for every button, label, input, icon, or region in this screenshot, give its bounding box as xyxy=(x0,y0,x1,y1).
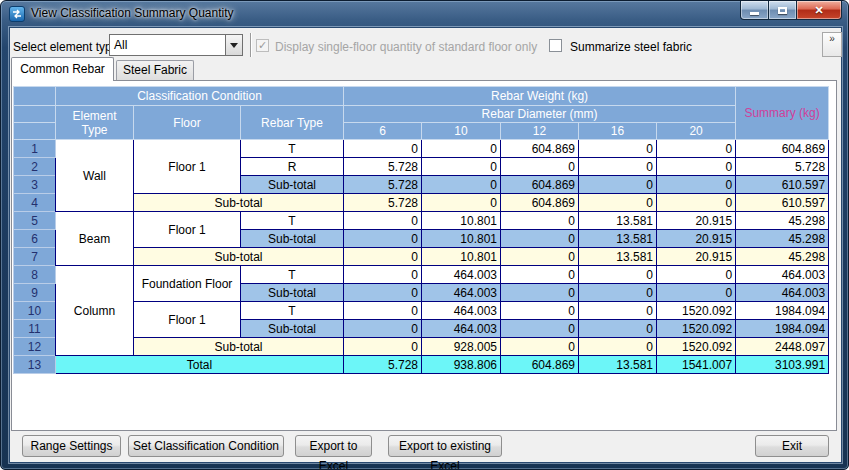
row-number[interactable]: 4 xyxy=(14,194,56,212)
rebar-type-cell[interactable]: T xyxy=(241,140,344,158)
export-to-excel-button[interactable]: Export to Excel xyxy=(295,435,372,457)
value-cell[interactable]: 0 xyxy=(344,338,422,356)
summary-cell[interactable]: 464.003 xyxy=(736,284,829,302)
rebar-type-cell[interactable]: T xyxy=(241,302,344,320)
value-cell[interactable]: 20.915 xyxy=(657,248,736,266)
value-cell[interactable]: 0 xyxy=(657,194,736,212)
value-cell[interactable]: 0 xyxy=(344,212,422,230)
set-classification-condition-button[interactable]: Set Classification Condition xyxy=(128,435,284,457)
value-cell[interactable]: 0 xyxy=(422,158,501,176)
summary-cell[interactable]: 604.869 xyxy=(736,140,829,158)
value-cell[interactable]: 13.581 xyxy=(579,248,657,266)
exit-button[interactable]: Exit xyxy=(755,435,829,457)
export-to-existing-excel-button[interactable]: Export to existing Excel xyxy=(388,435,502,457)
value-cell[interactable]: 0 xyxy=(657,158,736,176)
value-cell[interactable]: 5.728 xyxy=(344,176,422,194)
value-cell[interactable]: 0 xyxy=(422,140,501,158)
value-cell[interactable]: 0 xyxy=(501,248,579,266)
element-type-cell[interactable]: Beam xyxy=(56,212,134,266)
summary-cell[interactable]: 610.597 xyxy=(736,176,829,194)
row-number[interactable]: 6 xyxy=(14,230,56,248)
rebar-type-cell[interactable]: T xyxy=(241,212,344,230)
floor-cell[interactable]: Foundation Floor xyxy=(134,266,241,302)
total-cell[interactable]: Total xyxy=(56,356,344,374)
row-number[interactable]: 5 xyxy=(14,212,56,230)
value-cell[interactable]: 0 xyxy=(344,248,422,266)
value-cell[interactable]: 1541.007 xyxy=(657,356,736,374)
element-type-cell[interactable]: Wall xyxy=(56,140,134,212)
value-cell[interactable]: 20.915 xyxy=(657,212,736,230)
value-cell[interactable]: 0 xyxy=(501,320,579,338)
value-cell[interactable]: 604.869 xyxy=(501,356,579,374)
value-cell[interactable]: 0 xyxy=(657,284,736,302)
value-cell[interactable]: 604.869 xyxy=(501,194,579,212)
subtotal-cell[interactable]: Sub-total xyxy=(241,176,344,194)
value-cell[interactable]: 10.801 xyxy=(422,212,501,230)
value-cell[interactable]: 0 xyxy=(579,284,657,302)
value-cell[interactable]: 0 xyxy=(579,302,657,320)
titlebar[interactable]: View Classification Summary Quantity ✕ xyxy=(1,1,848,27)
value-cell[interactable]: 0 xyxy=(501,158,579,176)
value-cell[interactable]: 0 xyxy=(344,266,422,284)
subtotal-cell[interactable]: Sub-total xyxy=(241,284,344,302)
value-cell[interactable]: 0 xyxy=(501,212,579,230)
value-cell[interactable]: 13.581 xyxy=(579,356,657,374)
expand-more-button[interactable]: » xyxy=(822,32,842,57)
value-cell[interactable]: 10.801 xyxy=(422,248,501,266)
value-cell[interactable]: 0 xyxy=(344,230,422,248)
summary-cell[interactable]: 45.298 xyxy=(736,212,829,230)
subtotal-cell[interactable]: Sub-total xyxy=(134,248,344,266)
subtotal-cell[interactable]: Sub-total xyxy=(241,320,344,338)
summary-cell[interactable]: 45.298 xyxy=(736,230,829,248)
value-cell[interactable]: 5.728 xyxy=(344,194,422,212)
value-cell[interactable]: 10.801 xyxy=(422,230,501,248)
row-number[interactable]: 3 xyxy=(14,176,56,194)
summary-cell[interactable]: 464.003 xyxy=(736,266,829,284)
value-cell[interactable]: 0 xyxy=(579,140,657,158)
value-cell[interactable]: 0 xyxy=(344,320,422,338)
floor-cell[interactable]: Floor 1 xyxy=(134,212,241,248)
range-settings-button[interactable]: Range Settings xyxy=(22,435,121,457)
value-cell[interactable]: 0 xyxy=(344,140,422,158)
floor-cell[interactable]: Floor 1 xyxy=(134,302,241,338)
value-cell[interactable]: 604.869 xyxy=(501,140,579,158)
summary-cell[interactable]: 610.597 xyxy=(736,194,829,212)
value-cell[interactable]: 13.581 xyxy=(579,230,657,248)
value-cell[interactable]: 0 xyxy=(579,338,657,356)
summary-cell[interactable]: 2448.097 xyxy=(736,338,829,356)
value-cell[interactable]: 464.003 xyxy=(422,284,501,302)
summary-cell[interactable]: 1984.094 xyxy=(736,302,829,320)
row-number[interactable]: 2 xyxy=(14,158,56,176)
value-cell[interactable]: 464.003 xyxy=(422,266,501,284)
tab-steel-fabric[interactable]: Steel Fabric xyxy=(116,60,194,81)
tab-common-rebar[interactable]: Common Rebar xyxy=(11,57,114,81)
subtotal-cell[interactable]: Sub-total xyxy=(241,230,344,248)
value-cell[interactable]: 0 xyxy=(501,230,579,248)
value-cell[interactable]: 0 xyxy=(501,338,579,356)
chevron-down-icon[interactable] xyxy=(225,35,242,55)
value-cell[interactable]: 928.005 xyxy=(422,338,501,356)
value-cell[interactable]: 0 xyxy=(422,176,501,194)
value-cell[interactable]: 0 xyxy=(422,194,501,212)
value-cell[interactable]: 0 xyxy=(344,302,422,320)
element-type-cell[interactable]: Column xyxy=(56,266,134,356)
summary-cell[interactable]: 1984.094 xyxy=(736,320,829,338)
value-cell[interactable]: 5.728 xyxy=(344,158,422,176)
value-cell[interactable]: 0 xyxy=(579,266,657,284)
minimize-button[interactable] xyxy=(740,1,769,20)
value-cell[interactable]: 0 xyxy=(501,302,579,320)
rebar-type-cell[interactable]: R xyxy=(241,158,344,176)
row-number[interactable]: 10 xyxy=(14,302,56,320)
value-cell[interactable]: 0 xyxy=(579,320,657,338)
row-number[interactable]: 7 xyxy=(14,248,56,266)
value-cell[interactable]: 604.869 xyxy=(501,176,579,194)
row-number[interactable]: 12 xyxy=(14,338,56,356)
value-cell[interactable]: 1520.092 xyxy=(657,302,736,320)
value-cell[interactable]: 464.003 xyxy=(422,320,501,338)
value-cell[interactable]: 0 xyxy=(579,176,657,194)
row-number[interactable]: 13 xyxy=(14,356,56,374)
value-cell[interactable]: 13.581 xyxy=(579,212,657,230)
single-floor-checkbox[interactable]: ✓ xyxy=(256,39,269,52)
summarize-steel-fabric-checkbox[interactable] xyxy=(549,39,562,52)
row-number[interactable]: 8 xyxy=(14,266,56,284)
